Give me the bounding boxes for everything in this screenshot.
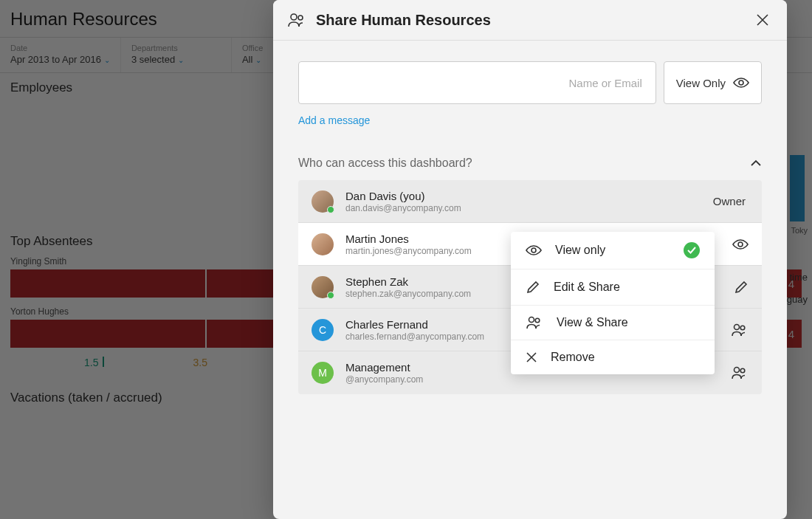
svg-point-11 xyxy=(529,317,534,323)
perm-option-remove[interactable]: Remove xyxy=(511,340,715,374)
modal-title: Share Human Resources xyxy=(316,12,753,29)
svg-point-6 xyxy=(734,324,740,329)
status-online-icon xyxy=(327,206,334,213)
permission-label: View Only xyxy=(676,77,726,89)
status-online-icon xyxy=(327,292,334,299)
modal-header: Share Human Resources xyxy=(273,0,787,41)
role-label: Owner xyxy=(713,195,746,207)
person-name: Dan Davis (you) xyxy=(345,190,713,202)
pencil-icon xyxy=(526,280,540,295)
people-icon xyxy=(288,13,306,27)
svg-point-12 xyxy=(535,318,540,323)
perm-option-view-only[interactable]: View only xyxy=(511,232,715,269)
close-button[interactable] xyxy=(753,10,772,30)
people-icon[interactable] xyxy=(731,366,749,379)
svg-point-3 xyxy=(298,16,303,20)
eye-icon[interactable] xyxy=(732,238,749,250)
permission-selector[interactable]: View Only xyxy=(664,61,762,104)
check-icon xyxy=(684,242,700,258)
perm-label: View only xyxy=(555,244,670,257)
eye-icon xyxy=(526,244,542,256)
perm-option-view-share[interactable]: View & Share xyxy=(511,306,715,340)
avatar xyxy=(312,233,334,255)
svg-point-4 xyxy=(739,80,743,85)
svg-point-10 xyxy=(531,248,536,252)
people-icon[interactable] xyxy=(731,323,749,337)
chevron-up-icon xyxy=(750,159,762,167)
avatar xyxy=(312,276,334,298)
svg-point-2 xyxy=(291,14,297,20)
avatar: M xyxy=(312,362,334,384)
section-title: Who can access this dashboard? xyxy=(298,157,472,170)
svg-point-7 xyxy=(740,326,745,330)
invite-input[interactable] xyxy=(298,61,656,104)
svg-point-8 xyxy=(734,368,740,373)
perm-label: Remove xyxy=(551,351,700,364)
permission-menu: View only Edit & Share View & Share Remo… xyxy=(511,232,715,374)
avatar xyxy=(312,190,334,213)
person-email: dan.davis@anycompany.com xyxy=(345,203,713,213)
perm-label: View & Share xyxy=(557,316,700,329)
add-message-link[interactable]: Add a message xyxy=(298,114,370,126)
svg-point-9 xyxy=(740,368,745,373)
pencil-icon[interactable] xyxy=(734,280,749,295)
svg-point-5 xyxy=(738,242,743,247)
close-icon xyxy=(526,351,537,363)
access-section-header[interactable]: Who can access this dashboard? xyxy=(298,157,762,170)
access-row-owner: Dan Davis (you) dan.davis@anycompany.com… xyxy=(298,180,762,223)
perm-option-edit-share[interactable]: Edit & Share xyxy=(511,269,715,306)
eye-icon xyxy=(733,77,749,89)
avatar: C xyxy=(312,319,334,341)
people-icon xyxy=(526,316,543,329)
person-email: @anycompany.com xyxy=(345,374,723,385)
perm-label: Edit & Share xyxy=(554,281,700,294)
